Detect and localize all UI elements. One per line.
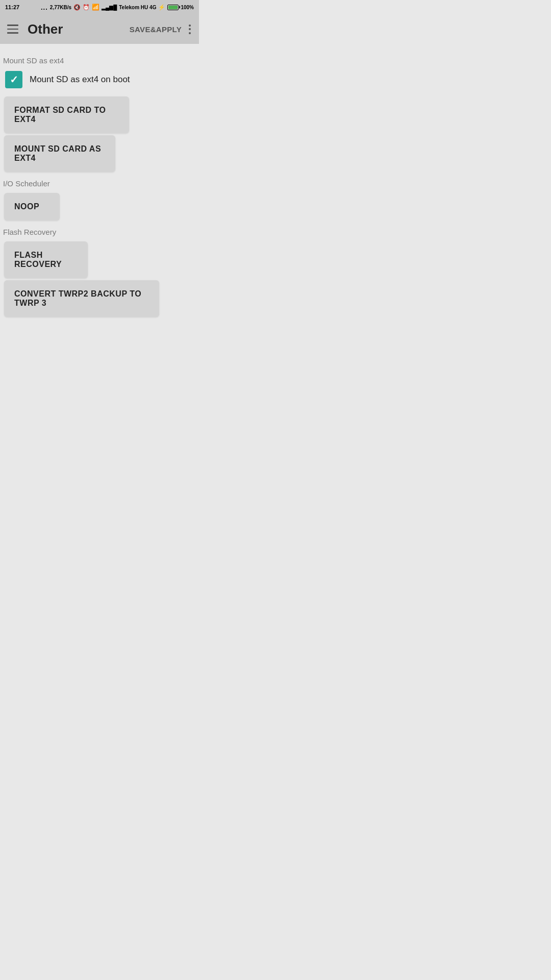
- save-apply-button[interactable]: SAVE&APPLY: [130, 25, 182, 34]
- battery-icon: [167, 5, 179, 10]
- toolbar-right: SAVE&APPLY: [130, 22, 192, 36]
- convert-twrp-button[interactable]: CONVERT TWRP2 BACKUP TO TWRP 3: [4, 280, 159, 317]
- io-scheduler-section: I/O Scheduler NOOP: [0, 175, 199, 220]
- toolbar-left: Other: [7, 21, 63, 37]
- carrier: Telekom HU 4G: [119, 5, 156, 10]
- main-content: Mount SD as ext4 ✓ Mount SD as ext4 on b…: [0, 44, 199, 324]
- hamburger-menu-icon[interactable]: [7, 24, 18, 34]
- lightning-icon: ⚡: [158, 4, 165, 11]
- time: 11:27: [5, 4, 19, 10]
- status-left: 11:27: [5, 4, 19, 10]
- flash-recovery-button[interactable]: FLASH RECOVERY: [4, 241, 88, 278]
- mount-sd-label: Mount SD as ext4: [0, 52, 199, 68]
- status-right: ... 2,77KB/s 🔇 ⏰ 📶 ▂▄▆█ Telekom HU 4G ⚡ …: [41, 4, 194, 11]
- mount-sd-checkbox[interactable]: ✓: [5, 71, 22, 88]
- flash-recovery-section: Flash Recovery FLASH RECOVERY CONVERT TW…: [0, 224, 199, 317]
- mount-sd-checkbox-label: Mount SD as ext4 on boot: [30, 75, 130, 85]
- wifi-icon: 📶: [92, 4, 99, 11]
- network-speed: 2,77KB/s: [50, 5, 71, 10]
- mount-sd-section: Mount SD as ext4 ✓ Mount SD as ext4 on b…: [0, 52, 199, 172]
- format-sd-button[interactable]: FORMAT SD CARD TO EXT4: [4, 96, 129, 133]
- battery-percent: 100%: [181, 5, 194, 10]
- alarm-icon: ⏰: [83, 4, 90, 11]
- mount-sd-button[interactable]: MOUNT SD CARD AS EXT4: [4, 135, 115, 172]
- more-options-icon[interactable]: [188, 22, 192, 36]
- mount-sd-checkbox-row: ✓ Mount SD as ext4 on boot: [0, 68, 199, 94]
- signal-dots: ...: [41, 4, 48, 11]
- page-title: Other: [28, 21, 63, 37]
- toolbar: Other SAVE&APPLY: [0, 14, 199, 44]
- status-bar: 11:27 ... 2,77KB/s 🔇 ⏰ 📶 ▂▄▆█ Telekom HU…: [0, 0, 199, 14]
- io-scheduler-label: I/O Scheduler: [0, 175, 199, 191]
- signal-bars: ▂▄▆█: [102, 5, 117, 10]
- mute-icon: 🔇: [73, 4, 81, 11]
- flash-recovery-label: Flash Recovery: [0, 224, 199, 239]
- checkmark-icon: ✓: [10, 75, 18, 85]
- noop-button[interactable]: NOOP: [4, 193, 60, 220]
